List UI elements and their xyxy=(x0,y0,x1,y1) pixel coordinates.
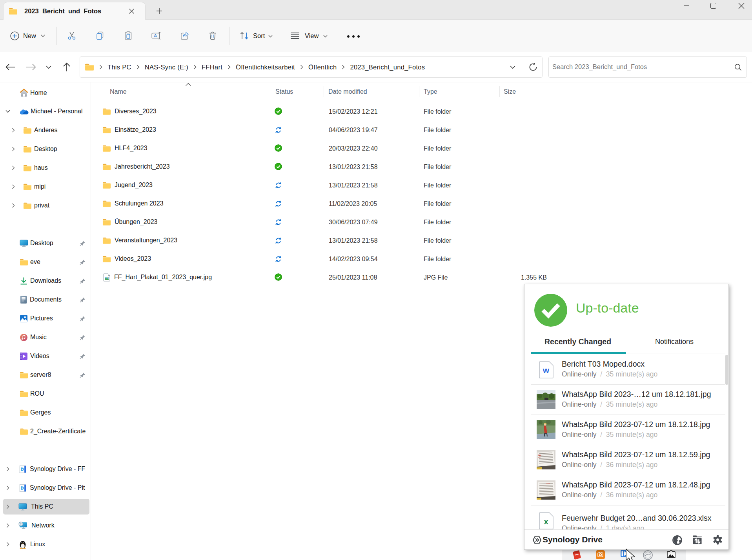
svg-text:w: w xyxy=(543,365,550,375)
svg-text:x: x xyxy=(544,517,548,526)
svg-text:A: A xyxy=(154,33,157,38)
